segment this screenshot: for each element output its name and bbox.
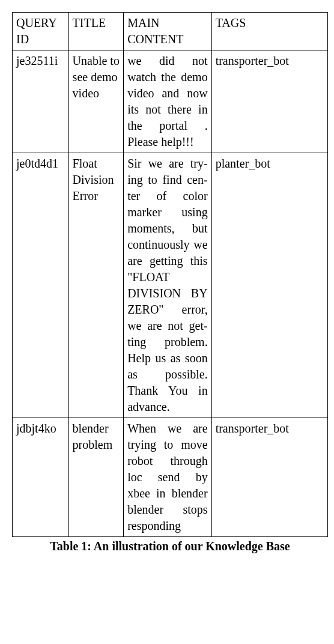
cell-title: Unable to see demo video: [68, 50, 124, 153]
cell-tags: planter_bot: [211, 153, 327, 418]
table-caption: Table 1: An illustration of our Knowledg…: [12, 539, 328, 553]
cell-tags: transporter_bot: [211, 418, 327, 537]
cell-main-content: we did not watch the demo video and now …: [124, 50, 212, 153]
page: QUERY ID TITLE MAIN CONTENT TAGS je32511…: [0, 0, 334, 565]
table-row: je32511i Unable to see demo video we did…: [13, 50, 328, 153]
header-main-content: MAIN CONTENT: [124, 13, 212, 50]
cell-title: Float Division Error: [68, 153, 124, 418]
cell-title: blender problem: [68, 418, 124, 537]
table-header-row: QUERY ID TITLE MAIN CONTENT TAGS: [13, 13, 328, 50]
table-row: je0td4d1 Float Division Error Sir we are…: [13, 153, 328, 418]
knowledge-base-table: QUERY ID TITLE MAIN CONTENT TAGS je32511…: [12, 12, 328, 537]
header-query-id: QUERY ID: [13, 13, 69, 50]
header-title: TITLE: [68, 13, 124, 50]
cell-main-content: Sir we are trying to find center of colo…: [124, 153, 212, 418]
cell-query-id: je32511i: [13, 50, 69, 153]
table-row: jdbjt4ko blender problem When we are try…: [13, 418, 328, 537]
cell-query-id: jdbjt4ko: [13, 418, 69, 537]
cell-tags: transporter_bot: [211, 50, 327, 153]
cell-main-content: When we are trying to move robot through…: [124, 418, 212, 537]
header-tags: TAGS: [211, 13, 327, 50]
cell-query-id: je0td4d1: [13, 153, 69, 418]
